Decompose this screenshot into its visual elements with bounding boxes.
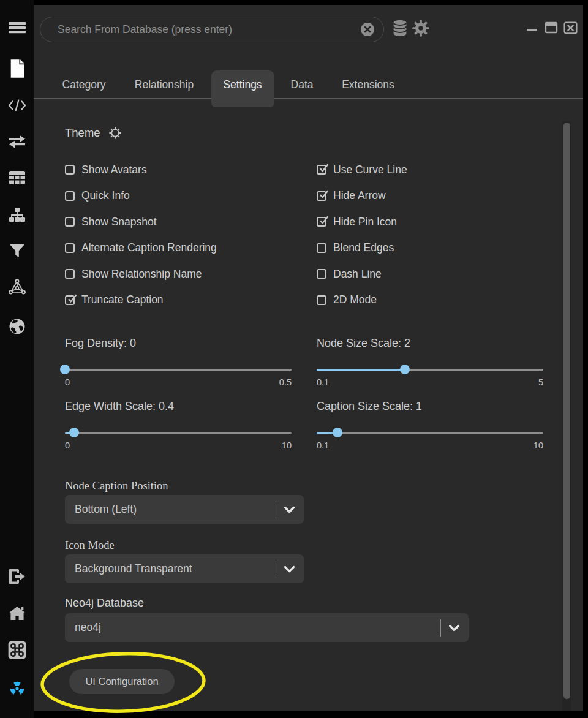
slider-caption-size-scale: Caption Size Scale: 1 0.1 10: [317, 400, 543, 450]
checkbox-hide-arrow[interactable]: Hide Arrow: [317, 183, 562, 210]
checkbox-dash-line[interactable]: Dash Line: [317, 261, 562, 287]
tab-settings[interactable]: Settings: [223, 78, 262, 91]
scrollbar-thumb[interactable]: [564, 123, 570, 699]
sun-gear-icon[interactable]: [108, 126, 122, 140]
slider-node-size-scale: Node Size Scale: 2 0.1 5: [317, 337, 543, 387]
table-icon[interactable]: [8, 168, 26, 187]
minimize-icon[interactable]: [524, 20, 540, 36]
checkbox-show-snapshot[interactable]: Show Snapshot: [65, 209, 310, 235]
tab-data[interactable]: Data: [291, 78, 314, 91]
checkbox-icon[interactable]: [317, 191, 326, 201]
gear-icon[interactable]: [412, 19, 430, 37]
slider-edge-width-scale: Edge Width Scale: 0.4 0 10: [65, 400, 292, 450]
menu-icon[interactable]: [8, 18, 26, 37]
close-icon[interactable]: [562, 20, 578, 36]
ui-configuration-button[interactable]: UI Configuration: [69, 669, 175, 694]
checkbox-hide-pin-icon[interactable]: Hide Pin Icon: [317, 209, 562, 235]
selected-value: Bottom (Left): [75, 503, 276, 516]
slider-label: Node Size Scale: 2: [317, 337, 543, 350]
checkbox-show-relationship-name[interactable]: Show Relationship Name: [65, 261, 310, 287]
selected-value: Background Transparent: [75, 562, 276, 575]
clear-circle-icon[interactable]: [360, 22, 375, 37]
search-box[interactable]: [40, 17, 384, 42]
command-icon[interactable]: [8, 641, 26, 659]
tab-category[interactable]: Category: [62, 78, 105, 91]
sidebar: [0, 0, 34, 718]
maximize-icon[interactable]: [543, 20, 559, 36]
slider-thumb[interactable]: [60, 365, 70, 374]
slider-label: Fog Density: 0: [65, 337, 292, 350]
database-icon[interactable]: [391, 19, 409, 37]
app-window: Category Relationship Settings Data Exte…: [0, 0, 588, 718]
slider-thumb[interactable]: [333, 428, 342, 437]
edge-width-scale-slider[interactable]: [65, 427, 292, 438]
code-icon[interactable]: [8, 96, 26, 115]
checkbox-column-left: Show Avatars Quick Info Show Snapshot Al…: [65, 157, 310, 313]
slider-track[interactable]: [317, 432, 543, 434]
checkbox-icon[interactable]: [317, 217, 326, 227]
slider-label: Caption Size Scale: 1: [317, 400, 543, 414]
node-caption-position-label: Node Caption Position: [65, 480, 168, 493]
swap-arrows-icon[interactable]: [8, 132, 26, 151]
selected-value: neo4j: [75, 621, 440, 634]
checkbox-icon[interactable]: [317, 295, 326, 305]
search-input[interactable]: [56, 23, 360, 37]
slider-thumb[interactable]: [400, 365, 410, 374]
tab-relationship[interactable]: Relationship: [135, 78, 194, 91]
checkbox-quick-info[interactable]: Quick Info: [65, 183, 310, 210]
slider-fill: [317, 369, 405, 371]
checkbox-icon[interactable]: [65, 243, 75, 253]
slider-thumb[interactable]: [69, 428, 79, 437]
chevron-down-icon[interactable]: [284, 565, 295, 573]
home-icon[interactable]: [8, 604, 26, 622]
file-icon[interactable]: [8, 59, 26, 78]
node-size-scale-slider[interactable]: [317, 364, 543, 375]
tab-extensions[interactable]: Extensions: [342, 78, 394, 91]
checkbox-icon[interactable]: [65, 165, 75, 175]
checkbox-2d-mode[interactable]: 2D Mode: [317, 287, 562, 314]
slider-track[interactable]: [65, 369, 292, 371]
main-panel: Category Relationship Settings Data Exte…: [34, 5, 583, 711]
caption-size-scale-slider[interactable]: [317, 427, 543, 438]
checkbox-icon[interactable]: [65, 217, 75, 227]
chevron-down-icon[interactable]: [284, 505, 295, 514]
slider-range-labels: 0 0.5: [65, 377, 292, 387]
select-divider: [276, 501, 277, 518]
checkbox-use-curve-line[interactable]: Use Curve Line: [317, 157, 562, 183]
slider-range-labels: 0.1 5: [317, 377, 543, 387]
select-divider: [276, 561, 277, 578]
slider-label: Edge Width Scale: 0.4: [65, 400, 292, 414]
icon-mode-select[interactable]: Background Transparent: [65, 554, 304, 583]
checkbox-blend-edges[interactable]: Blend Edges: [317, 235, 562, 262]
chevron-down-icon[interactable]: [448, 624, 460, 632]
checkbox-icon[interactable]: [317, 269, 326, 279]
icon-mode-label: Icon Mode: [65, 539, 115, 553]
slider-range-labels: 0 10: [65, 440, 292, 450]
radiation-icon[interactable]: [8, 679, 26, 698]
neo4j-database-select[interactable]: neo4j: [65, 613, 469, 642]
checkbox-show-avatars[interactable]: Show Avatars: [65, 157, 310, 183]
checkbox-column-right: Use Curve Line Hide Arrow Hide Pin Icon …: [317, 157, 562, 313]
tab-divider-line: [34, 98, 583, 99]
checkbox-icon[interactable]: [317, 165, 326, 175]
select-divider: [440, 619, 442, 637]
filter-icon[interactable]: [8, 242, 26, 260]
checkbox-truncate-caption[interactable]: Truncate Caption: [65, 287, 310, 314]
theme-label: Theme: [65, 126, 100, 140]
slider-track[interactable]: [65, 432, 292, 434]
node-caption-position-select[interactable]: Bottom (Left): [65, 495, 304, 524]
sitemap-icon[interactable]: [8, 206, 26, 224]
checkbox-icon[interactable]: [65, 269, 75, 279]
logout-icon[interactable]: [8, 567, 26, 586]
slider-fog-density: Fog Density: 0 0 0.5: [65, 337, 292, 387]
graph-icon[interactable]: [8, 278, 26, 296]
neo4j-database-label: Neo4j Database: [65, 597, 144, 610]
checkbox-icon[interactable]: [317, 243, 326, 253]
checkbox-alternate-caption-rendering[interactable]: Alternate Caption Rendering: [65, 235, 310, 262]
fog-density-slider[interactable]: [65, 364, 292, 375]
globe-icon[interactable]: [8, 317, 26, 336]
slider-range-labels: 0.1 10: [317, 440, 543, 450]
checkbox-icon[interactable]: [65, 295, 75, 305]
theme-section-header: Theme: [65, 126, 122, 140]
checkbox-icon[interactable]: [65, 191, 75, 201]
